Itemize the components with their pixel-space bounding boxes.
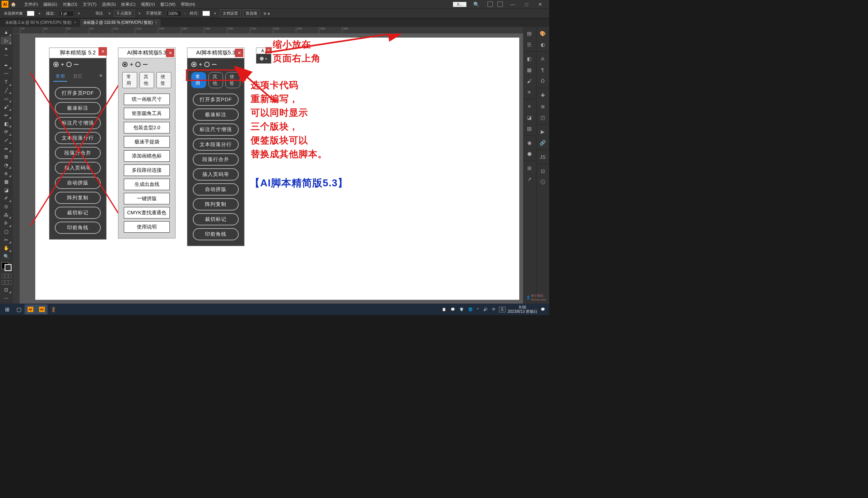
radio-empty-icon[interactable] <box>135 62 141 67</box>
tray-sound-icon[interactable]: 🔊 <box>482 307 489 311</box>
shaper-tool[interactable]: ✏ <box>1 112 11 120</box>
task-ai-2[interactable]: Ai <box>36 304 48 314</box>
uniform-label[interactable]: 等比 <box>94 11 105 16</box>
scale-tool[interactable]: ⤢ <box>1 136 11 145</box>
direct-selection-tool[interactable]: ▷ <box>1 37 11 45</box>
script-button[interactable]: 阵列复制 <box>193 198 239 210</box>
actions-panel-icon[interactable]: ▶ <box>537 127 548 136</box>
brushes-panel-icon[interactable]: 🖌 <box>524 76 535 86</box>
info-panel-icon[interactable]: ⓘ <box>537 177 548 187</box>
script-button[interactable]: 打开多页PDF <box>55 87 101 99</box>
menu-help[interactable]: 帮助(H) <box>178 2 198 7</box>
properties-panel-icon[interactable]: ▤ <box>524 28 535 38</box>
tray-icon[interactable]: 🛡️ <box>458 307 465 311</box>
align-icon[interactable]: ⊪∗ <box>262 12 272 16</box>
stroke-panel-icon[interactable]: ≡ <box>524 101 535 111</box>
close-icon[interactable]: ✕ <box>235 49 243 57</box>
zoom-tool[interactable]: 🔍 <box>1 253 11 261</box>
script-button[interactable]: 包装盒型2.0 <box>124 122 170 133</box>
script-button[interactable]: 统一画板尺寸 <box>124 94 170 105</box>
script-button[interactable]: CMYK查找潘通色 <box>124 207 170 219</box>
minus-icon[interactable] <box>143 64 148 65</box>
slice-tool[interactable]: ✂ <box>1 236 11 244</box>
script-button[interactable]: 裁切标记 <box>55 207 101 219</box>
script-button[interactable]: 阵列复制 <box>55 192 101 204</box>
menu-effect[interactable]: 效果(C) <box>118 2 138 7</box>
maximize-button[interactable]: □ <box>521 2 532 7</box>
menu-view[interactable]: 视图(V) <box>138 2 158 7</box>
menu-edit[interactable]: 编辑(E) <box>41 2 60 7</box>
minus-icon[interactable] <box>74 64 79 65</box>
doc-setup-button[interactable]: 文档设置 <box>220 10 241 17</box>
tray-input-icon[interactable]: 五 <box>499 307 505 312</box>
character-panel-icon[interactable]: A <box>537 54 548 64</box>
tray-icon[interactable]: 🌐 <box>467 307 474 311</box>
color-guide-icon[interactable]: ◐ <box>537 39 548 49</box>
script-button[interactable]: 一键拼版 <box>124 193 170 204</box>
close-icon[interactable]: × <box>155 20 158 25</box>
workspace-icon[interactable] <box>487 2 493 7</box>
script-button[interactable]: 文本段落分行 <box>55 132 101 144</box>
mesh-tool[interactable]: ▦ <box>1 178 11 186</box>
blend-tool[interactable]: ⊙ <box>1 203 11 211</box>
script-button[interactable]: 自动拼版 <box>55 177 101 189</box>
script-button[interactable]: 生成出血线 <box>124 179 170 190</box>
script-button[interactable]: 插入页码等 <box>193 168 239 181</box>
script-button[interactable]: 段落行合并 <box>193 153 239 166</box>
home-icon[interactable]: 🏠 <box>11 2 18 7</box>
mini-panel-indicator[interactable]: A... <box>453 2 466 7</box>
tab-other[interactable]: 其它 <box>69 72 86 82</box>
script-button[interactable]: 极速标注 <box>55 102 101 114</box>
lasso-tool[interactable]: ⌒ <box>1 53 11 61</box>
rectangle-tool[interactable]: ▭ <box>1 95 11 103</box>
script-button[interactable]: 多段路径连接 <box>124 164 170 176</box>
tab-common[interactable]: 常用 <box>53 72 67 82</box>
rotate-tool[interactable]: ⟳ <box>1 128 11 136</box>
taskview-button[interactable]: ▢ <box>13 304 25 314</box>
draw-mode-row[interactable] <box>1 279 12 286</box>
script-button[interactable]: 文本段落分行 <box>193 138 239 151</box>
symbol-sprayer-tool[interactable]: ⁂ <box>1 211 11 219</box>
graph-tool[interactable]: ⊪ <box>1 219 11 227</box>
style-swatch[interactable] <box>202 11 210 16</box>
plus-icon[interactable]: + <box>199 61 202 67</box>
radio-empty-icon[interactable] <box>204 62 210 67</box>
script-button[interactable]: 添加画稿色标 <box>124 150 170 162</box>
plus-icon[interactable]: + <box>61 61 64 67</box>
tray-icon[interactable]: 💬 <box>450 307 456 311</box>
appearance-panel-icon[interactable]: ◉ <box>524 138 535 148</box>
pathfinder-panel-icon[interactable]: ◫ <box>537 112 548 122</box>
hand-tool[interactable]: ✋ <box>1 244 11 252</box>
script-button[interactable]: 标注尺寸增强 <box>55 117 101 129</box>
artboard-tool[interactable]: ▢ <box>1 228 11 236</box>
script-button[interactable]: 自动拼版 <box>193 183 239 196</box>
menu-type[interactable]: 文字(T) <box>80 2 99 7</box>
doc-tab-1[interactable]: 未标题-2.ai @ 50 % (CMYK/CPU 预览)× <box>2 19 79 26</box>
menu-file[interactable]: 文件(F) <box>21 2 41 7</box>
search-icon[interactable]: 🔍 <box>473 2 479 7</box>
script-button[interactable]: 插入页码等 <box>55 162 101 174</box>
swatches-panel-icon[interactable]: ▦ <box>524 65 535 75</box>
minus-icon[interactable] <box>212 64 217 65</box>
doc-tab-2[interactable]: 未标题-2 @ 110.65 % (CMYK/CPU 预览)× <box>80 19 161 26</box>
paragraph-panel-icon[interactable]: ¶ <box>537 65 548 75</box>
links-panel-icon[interactable]: 🔗 <box>537 138 548 148</box>
eraser-tool[interactable]: ◧ <box>1 120 11 128</box>
free-transform-tool[interactable]: ⊞ <box>1 153 11 161</box>
width-tool[interactable]: ⇔ <box>1 145 11 153</box>
transform-panel-icon[interactable]: ✚ <box>537 90 548 100</box>
radio-empty-icon[interactable] <box>66 62 72 67</box>
action-center-icon[interactable]: 💬 <box>540 307 546 311</box>
script-button[interactable]: 极速标注 <box>193 108 239 121</box>
task-app[interactable]: ʃ <box>48 304 59 314</box>
paintbrush-tool[interactable]: 🖌 <box>1 103 11 111</box>
radio-filled-icon[interactable] <box>53 62 59 67</box>
symbols-panel-icon[interactable]: ☀ <box>524 87 535 97</box>
script-button[interactable]: 矩形圆角工具 <box>124 108 170 119</box>
brush-preset[interactable]: 5 点圆形 <box>115 10 135 17</box>
edit-toolbar[interactable]: ⋯ <box>1 294 11 302</box>
eyedropper-tool[interactable]: ✐ <box>1 194 11 202</box>
plus-icon[interactable]: + <box>265 56 267 61</box>
expand-icon[interactable]: » <box>99 72 102 82</box>
align-panel-icon[interactable]: ≣ <box>537 101 548 111</box>
